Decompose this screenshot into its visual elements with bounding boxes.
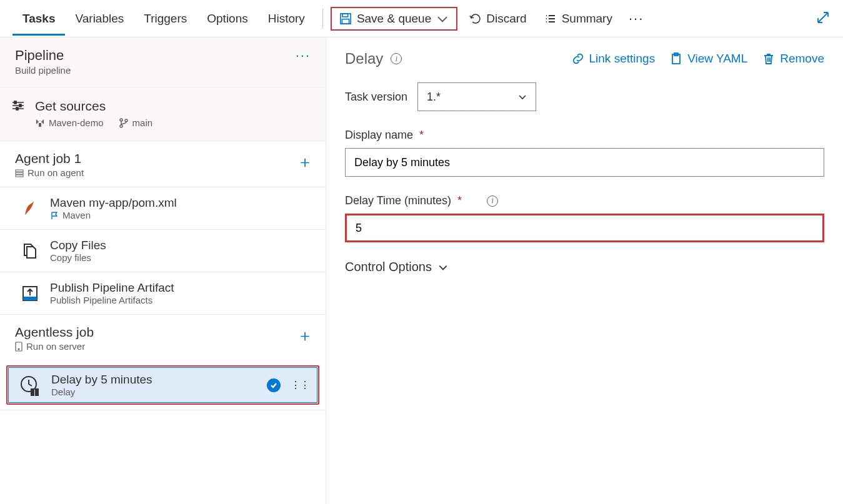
agent-job-sub: Run on agent: [15, 167, 84, 178]
summary-label: Summary: [562, 12, 612, 26]
sources-branch: main: [119, 117, 153, 128]
toolbar-divider: [322, 9, 323, 29]
info-icon[interactable]: i: [391, 53, 402, 64]
discard-label: Discard: [486, 12, 526, 26]
toolbar: Save & queue Discard Summary ···: [331, 7, 649, 31]
task-version-value: 1.*: [427, 91, 441, 104]
task-type: Maven: [50, 210, 314, 220]
task-name: Copy Files: [50, 239, 314, 252]
tab-strip: Tasks Variables Triggers Options History: [0, 2, 315, 36]
pipeline-title: Pipeline: [15, 47, 71, 64]
undo-icon: [469, 12, 481, 25]
summary-button[interactable]: Summary: [538, 8, 619, 29]
link-icon: [572, 52, 584, 65]
task-type: Publish Pipeline Artifacts: [50, 295, 314, 305]
agentless-job-sub: Run on server: [15, 341, 94, 352]
svg-rect-11: [16, 175, 23, 177]
svg-rect-4: [19, 104, 21, 107]
tab-variables[interactable]: Variables: [65, 2, 134, 36]
svg-rect-2: [342, 19, 349, 24]
task-copy-files[interactable]: Copy Files Copy files: [0, 229, 326, 272]
clipboard-icon: [670, 52, 682, 65]
trash-icon: [762, 52, 775, 65]
svg-point-15: [18, 348, 19, 350]
add-task-button[interactable]: ＋: [297, 325, 313, 347]
task-publish-artifact[interactable]: Publish Pipeline Artifact Publish Pipeli…: [0, 272, 326, 314]
left-panel: Pipeline Build pipeline ··· Get sources …: [0, 37, 326, 504]
delay-icon: [19, 374, 41, 397]
task-name: Delay by 5 minutes: [51, 373, 257, 387]
delay-time-input[interactable]: [345, 214, 824, 242]
task-version-select[interactable]: 1.*: [417, 82, 536, 111]
display-name-field[interactable]: [354, 156, 815, 169]
chevron-down-icon: [436, 12, 449, 25]
sources-repo: Maven-demo: [35, 117, 104, 128]
chevron-down-icon: [438, 262, 448, 272]
view-yaml-button[interactable]: View YAML: [670, 52, 747, 66]
sources-title: Get sources: [35, 99, 152, 114]
list-icon: [544, 12, 557, 25]
info-icon[interactable]: i: [487, 195, 498, 207]
task-name: Maven my-app/pom.xml: [50, 196, 314, 210]
flag-icon: [50, 211, 59, 220]
pipeline-more-button[interactable]: ···: [296, 47, 311, 64]
agent-job-header[interactable]: Agent job 1 Run on agent ＋: [0, 141, 326, 187]
agentless-job-header[interactable]: Agentless job Run on server ＋: [0, 315, 326, 360]
svg-rect-3: [14, 101, 16, 104]
get-sources-item[interactable]: Get sources Maven-demo main: [0, 87, 326, 141]
save-queue-label: Save & queue: [357, 12, 431, 26]
task-maven[interactable]: Maven my-app/pom.xml Maven: [0, 187, 326, 229]
tab-triggers[interactable]: Triggers: [134, 2, 197, 36]
required-indicator: *: [457, 194, 462, 207]
tab-options[interactable]: Options: [197, 2, 257, 36]
display-name-label: Display name*: [345, 129, 824, 142]
expand-icon: [816, 10, 831, 25]
delay-time-field[interactable]: [356, 222, 814, 235]
more-button[interactable]: ···: [624, 11, 649, 27]
drag-handle-icon[interactable]: ⋮⋮: [291, 379, 309, 391]
fullscreen-button[interactable]: [816, 10, 831, 27]
server-icon: [15, 169, 24, 177]
svg-rect-18: [36, 389, 38, 395]
save-queue-button[interactable]: Save & queue: [331, 7, 457, 31]
delay-time-label: Delay Time (minutes)* i: [345, 194, 824, 207]
display-name-input[interactable]: [345, 148, 824, 177]
top-bar: Tasks Variables Triggers Options History…: [0, 0, 843, 37]
right-panel: Delay i Link settings View YAML Remove: [326, 37, 843, 504]
device-icon: [15, 342, 22, 352]
pipeline-section[interactable]: Pipeline Build pipeline ···: [0, 37, 326, 87]
svg-point-7: [120, 125, 122, 127]
branch-icon: [119, 118, 129, 128]
settings-sliders-icon: [11, 99, 25, 112]
tab-history[interactable]: History: [258, 2, 315, 36]
copy-icon: [20, 241, 40, 261]
task-version-label: Task version: [345, 91, 407, 104]
remove-button[interactable]: Remove: [762, 52, 824, 66]
svg-rect-9: [16, 170, 23, 172]
repo-icon: [35, 118, 45, 128]
task-name: Publish Pipeline Artifact: [50, 281, 314, 295]
svg-rect-5: [16, 107, 18, 110]
task-type: Delay: [51, 387, 257, 397]
svg-rect-13: [23, 297, 37, 300]
link-settings-button[interactable]: Link settings: [572, 52, 656, 66]
agentless-job-title: Agentless job: [15, 325, 94, 340]
tab-tasks[interactable]: Tasks: [12, 2, 65, 36]
control-options-toggle[interactable]: Control Options: [345, 260, 824, 274]
maven-icon: [20, 199, 40, 219]
pipeline-sub: Build pipeline: [15, 65, 71, 76]
discard-button[interactable]: Discard: [462, 8, 532, 29]
save-icon: [339, 12, 352, 25]
agent-job-section: Agent job 1 Run on agent ＋ Maven my-app/…: [0, 141, 326, 315]
agent-job-title: Agent job 1: [15, 151, 84, 166]
required-indicator: *: [419, 129, 424, 142]
task-delay-selected[interactable]: Delay by 5 minutes Delay ⋮⋮: [6, 365, 319, 405]
task-status-ok-icon: [267, 378, 281, 392]
svg-rect-17: [31, 389, 34, 395]
chevron-down-icon: [518, 92, 527, 101]
svg-point-8: [125, 119, 127, 122]
add-task-button[interactable]: ＋: [297, 151, 313, 173]
svg-rect-1: [342, 13, 348, 16]
publish-icon: [20, 284, 40, 304]
svg-point-6: [120, 119, 122, 121]
